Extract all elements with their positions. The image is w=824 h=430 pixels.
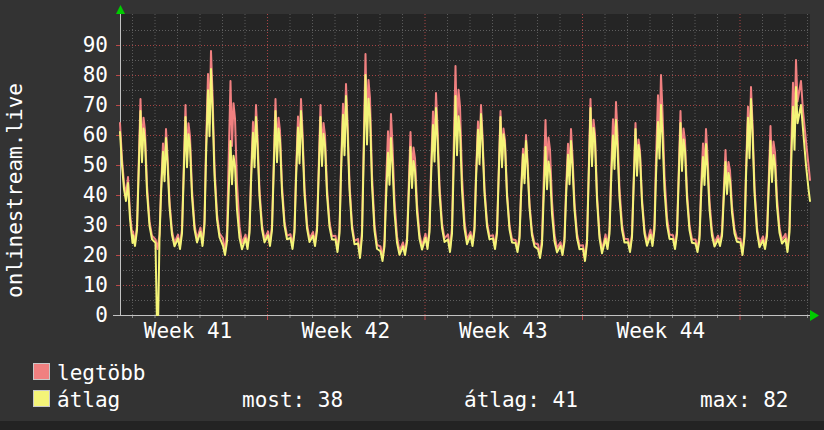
- y-tick-label: 20: [44, 242, 108, 268]
- x-tick-label: Week 41: [144, 319, 233, 343]
- y-axis-arrow-icon: [116, 5, 125, 14]
- stat-most: most: 38: [242, 388, 343, 412]
- x-tick-label: Week 44: [617, 319, 706, 343]
- legend-swatch-atlag: [33, 390, 50, 407]
- stat-max: max: 82: [700, 388, 789, 412]
- legend-label-legtobb: legtöbb: [57, 361, 146, 385]
- rrd-graph: onlinestream.live 0102030405060708090 We…: [0, 0, 824, 430]
- stat-atlag: átlag: 41: [464, 388, 578, 412]
- y-tick-label: 0: [44, 302, 108, 328]
- legend-swatch-legtobb: [33, 363, 50, 380]
- y-tick-label: 90: [44, 32, 108, 58]
- footer-band: [0, 421, 824, 430]
- y-tick-label: 50: [44, 152, 108, 178]
- x-tick-label: Week 43: [459, 319, 548, 343]
- y-tick-label: 70: [44, 92, 108, 118]
- legend-label-atlag: átlag: [57, 388, 120, 412]
- x-axis-arrow-icon: [810, 310, 819, 321]
- y-tick-label: 60: [44, 122, 108, 148]
- y-tick-label: 80: [44, 62, 108, 88]
- y-tick-label: 40: [44, 182, 108, 208]
- y-tick-label: 10: [44, 272, 108, 298]
- y-tick-label: 30: [44, 212, 108, 238]
- x-tick-label: Week 42: [302, 319, 391, 343]
